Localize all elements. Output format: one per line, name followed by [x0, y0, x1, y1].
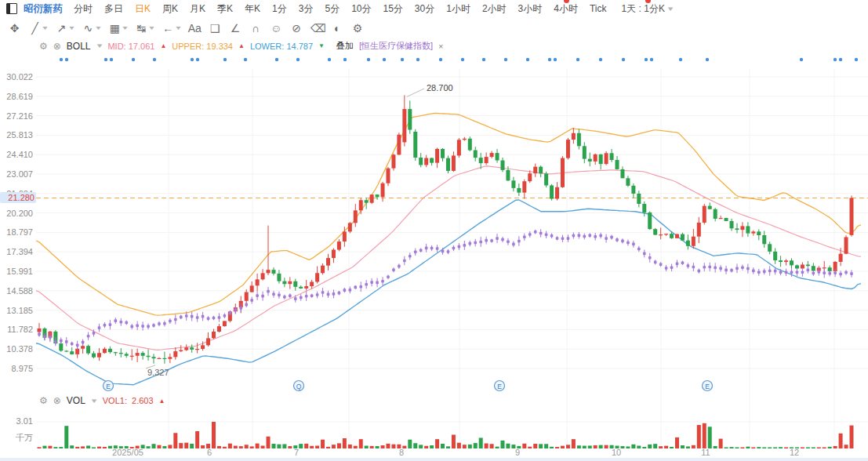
- y-axis-label: 23.007: [0, 169, 33, 179]
- calendar-marker-E[interactable]: E: [495, 381, 505, 391]
- event-dot[interactable]: [650, 58, 653, 61]
- svg-text:E: E: [497, 383, 502, 390]
- high-annotation: 28.700: [427, 83, 453, 93]
- event-dot[interactable]: [104, 58, 107, 61]
- y-axis-label: 14.588: [0, 286, 33, 296]
- event-dot[interactable]: [328, 58, 331, 61]
- event-dot[interactable]: [191, 58, 194, 61]
- event-dot[interactable]: [679, 58, 682, 61]
- y-axis-label: 8.975: [0, 364, 33, 373]
- event-dot[interactable]: [416, 58, 419, 61]
- event-dot[interactable]: [461, 58, 464, 61]
- event-dot[interactable]: [622, 58, 625, 61]
- event-dot[interactable]: [839, 58, 842, 61]
- event-dot[interactable]: [110, 58, 113, 61]
- event-dot[interactable]: [132, 58, 135, 61]
- low-annotation: 9.327: [147, 368, 169, 377]
- event-dot[interactable]: [401, 58, 404, 61]
- bottom-divider: [0, 458, 868, 461]
- event-dot[interactable]: [504, 58, 507, 61]
- x-axis-label: 10: [612, 448, 621, 457]
- y-axis-label: 28.619: [0, 92, 33, 101]
- event-dot[interactable]: [196, 58, 199, 61]
- event-dot[interactable]: [706, 58, 709, 61]
- event-dot[interactable]: [343, 58, 347, 61]
- x-axis-label: 7: [294, 448, 299, 457]
- y-axis-label: 11.782: [0, 325, 33, 334]
- event-dot[interactable]: [153, 58, 156, 61]
- calendar-marker-Q[interactable]: Q: [294, 381, 304, 391]
- x-axis-label: 2025/05: [112, 448, 143, 457]
- y-axis-label: 13.185: [0, 306, 33, 315]
- event-dot[interactable]: [526, 58, 529, 61]
- x-axis-label: 6: [207, 448, 212, 457]
- current-price-tag: 21.280: [0, 192, 36, 203]
- event-dot[interactable]: [800, 58, 803, 61]
- y-axis-label: 27.216: [0, 111, 33, 121]
- calendar-marker-E[interactable]: E: [104, 381, 114, 391]
- event-dot[interactable]: [223, 58, 227, 61]
- event-dot[interactable]: [383, 58, 386, 61]
- y-axis-label: 30.022: [0, 72, 33, 82]
- event-dot[interactable]: [296, 58, 300, 61]
- event-dot[interactable]: [548, 58, 551, 61]
- svg-text:E: E: [705, 383, 710, 390]
- event-dot[interactable]: [833, 58, 837, 61]
- chart-window: 昭衍新药 分时多日日K周K月K季K年K1分3分5分10分15分30分1小时2小时…: [0, 0, 868, 461]
- y-axis-label: 10.378: [0, 344, 33, 354]
- y-axis-label: 18.797: [0, 227, 33, 237]
- event-dot[interactable]: [65, 58, 68, 61]
- svg-text:E: E: [106, 383, 111, 390]
- x-axis-label: 11: [701, 448, 710, 457]
- calendar-marker-E[interactable]: E: [703, 381, 713, 391]
- y-axis-label: 17.394: [0, 247, 33, 256]
- event-dot[interactable]: [554, 58, 557, 61]
- volume-bars: [38, 422, 854, 448]
- event-dot[interactable]: [855, 58, 858, 61]
- event-dot[interactable]: [244, 58, 247, 61]
- event-dot[interactable]: [439, 58, 442, 61]
- svg-text:Q: Q: [296, 383, 302, 390]
- candlestick-chart[interactable]: 28.7009.327EQEE: [0, 0, 868, 461]
- event-dot[interactable]: [482, 58, 485, 61]
- x-axis-label: 8: [399, 448, 404, 457]
- y-axis-label: 15.991: [0, 267, 33, 276]
- event-dot[interactable]: [367, 58, 370, 61]
- y-axis-label: 24.410: [0, 150, 33, 159]
- y-axis-label: 20.200: [0, 209, 33, 218]
- event-dot[interactable]: [275, 58, 278, 61]
- event-dot[interactable]: [599, 58, 602, 61]
- y-axis-label: 25.813: [0, 130, 33, 140]
- event-dot[interactable]: [576, 58, 579, 61]
- event-dot[interactable]: [60, 58, 63, 61]
- x-axis-label: 9: [515, 448, 520, 457]
- event-dot[interactable]: [645, 58, 648, 61]
- x-axis-label: 12: [790, 448, 799, 457]
